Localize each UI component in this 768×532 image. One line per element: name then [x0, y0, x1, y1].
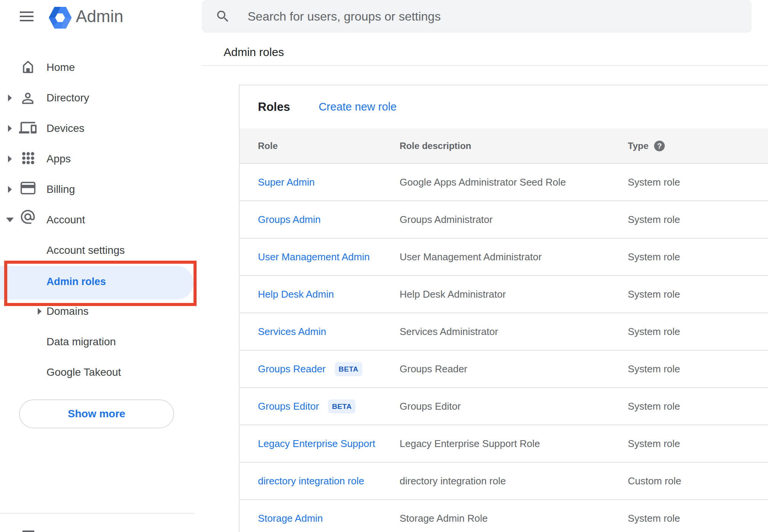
svg-text:?: ?	[657, 142, 662, 150]
